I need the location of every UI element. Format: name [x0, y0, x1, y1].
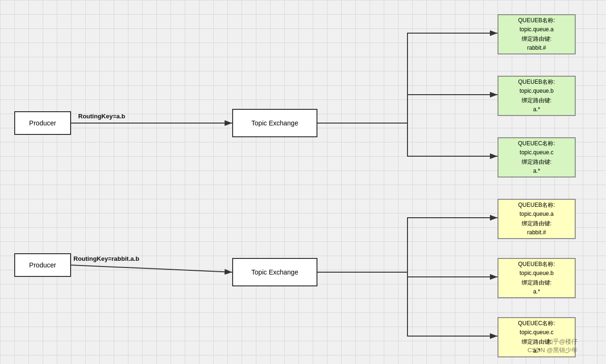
svg-line-2 — [71, 265, 232, 272]
producer1-box: Producer — [14, 111, 71, 135]
queue-b1-box: QUEUEB名称:topic.queue.b绑定路由键:a.* — [497, 76, 576, 116]
exchange2-box: Topic Exchange — [232, 258, 317, 286]
queue-a1-box: QUEUEB名称:topic.queue.a绑定路由键:rabbit.# — [497, 14, 576, 54]
routing-key-1: RoutingKey=a.b — [78, 113, 125, 120]
producer2-box: Producer — [14, 253, 71, 277]
queue-a2-box: QUEUEB名称:topic.queue.a绑定路由键:rabbit.# — [497, 199, 576, 239]
queue-b2-box: QUEUEB名称:topic.queue.b绑定路由键:a.* — [497, 258, 576, 298]
producer1-label: Producer — [29, 119, 56, 127]
diagram-container: Producer Producer RoutingKey=a.b Routing… — [0, 0, 606, 364]
exchange1-label: Topic Exchange — [252, 119, 298, 127]
exchange2-label: Topic Exchange — [252, 268, 298, 276]
producer2-label: Producer — [29, 261, 56, 269]
routing-key-2: RoutingKey=rabbit.a.b — [73, 255, 139, 262]
arrows-svg — [0, 0, 606, 364]
exchange1-box: Topic Exchange — [232, 109, 317, 137]
queue-c1-box: QUEUEC名称:topic.queue.c绑定路由键:a.* — [497, 137, 576, 178]
watermark: 知乎@楼仔CSDN @黑锦少年 — [527, 337, 578, 355]
